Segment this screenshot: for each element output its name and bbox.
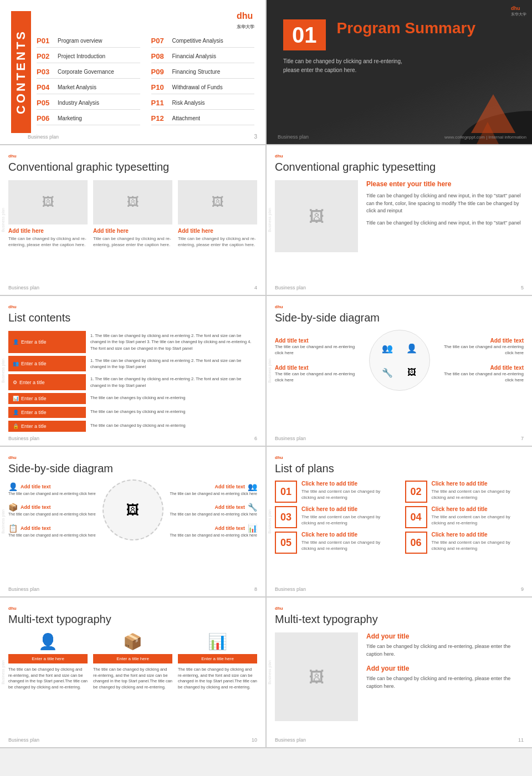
- panel-list-plans: dhu List of plans 01 Click here to add t…: [267, 447, 532, 596]
- toc-item-3: P08Financial Analysis: [151, 50, 255, 63]
- panel9-logo: dhu: [8, 606, 257, 611]
- panel6-item4-desc: The title can be changed and re-entering…: [436, 371, 524, 383]
- panel10-title: Multi-text typography: [275, 613, 524, 626]
- toc-item-2: P02Project Introduction: [37, 50, 140, 63]
- panel9-side-text: Business plan: [1, 660, 5, 685]
- panel6-item2-title: Add title text: [436, 338, 524, 344]
- panel-sbs-left: dhu Side-by-side diagram 👤Add title text…: [0, 447, 265, 596]
- conv-desc-0: Title can be changed by clicking and re-…: [8, 236, 88, 248]
- conv-title-1: Add title here: [93, 228, 172, 234]
- panel10-logo: dhu: [275, 606, 524, 611]
- conv-img-0: 🖼: [8, 180, 88, 224]
- toc-num: P08: [151, 52, 168, 60]
- panel9-page: 10: [252, 737, 257, 743]
- list-text-1: 1. The title can be changed by clicking …: [90, 356, 257, 372]
- panel5-logo: dhu: [8, 304, 257, 309]
- list-btn-1[interactable]: 👥Enter a title: [8, 356, 86, 372]
- panel6-item3-desc: The title can be changed and re-entering…: [275, 371, 364, 383]
- list-btn-4[interactable]: 👤Enter a title: [8, 407, 86, 418]
- panel4-footer: Business plan: [275, 285, 306, 290]
- panel-multi-left: dhu Multi-text typography 👤 Enter a titl…: [0, 598, 265, 747]
- list-btn-5[interactable]: 🔒Enter a title: [8, 421, 86, 432]
- list-btn-icon-1: 👥: [13, 361, 19, 366]
- panel8-logo: dhu: [275, 455, 524, 460]
- panel4-desc1: Title can be changed by clicking and new…: [366, 192, 524, 215]
- toc-item-5: P09Financing Structure: [151, 65, 255, 79]
- list-btn-icon-5: 🔒: [13, 423, 19, 429]
- toc-label: Market Analysis: [58, 84, 96, 90]
- toc-label: Withdrawal of Funds: [172, 84, 223, 90]
- toc-num: P04: [37, 83, 53, 91]
- panel3-page: 4: [254, 285, 257, 290]
- multi-btn-1[interactable]: Enter a title here: [93, 654, 172, 663]
- plan-title-5: Click here to add title: [432, 532, 524, 538]
- list-text-2: 1. The title can be changed by clicking …: [90, 374, 257, 390]
- toc-label: Competitive Analysis: [172, 38, 223, 44]
- plan-num-3: 04: [405, 506, 427, 528]
- panel10-side-text: Business plan: [268, 660, 272, 685]
- summary-decor-triangle2: [477, 122, 499, 144]
- multi-icon-1: 📦: [123, 632, 142, 651]
- toc-item-6: P04Market Analysis: [37, 81, 140, 94]
- conv-item-0: 🖼 Add title here Title can be changed by…: [8, 180, 88, 248]
- panel7-side-text: Business plan: [1, 509, 5, 534]
- toc-item-8: P05Industry Analysis: [37, 96, 140, 110]
- panel6-item2-desc: The title can be changed and re-entering…: [436, 344, 524, 356]
- list-btn-icon-2: ⚙: [13, 380, 17, 385]
- toc-num: P01: [37, 37, 53, 45]
- multi-btn-0[interactable]: Enter a title here: [8, 654, 88, 663]
- toc-label: Marketing: [58, 115, 82, 121]
- panel7-page: 8: [254, 586, 257, 592]
- panel4-item-title: Please enter your title here: [366, 180, 524, 188]
- multi-item-1: 📦 Enter a title here The title can be ch…: [93, 632, 172, 690]
- plan-num-1: 02: [405, 481, 427, 503]
- panel4-desc2: Title can be changed by clicking and new…: [366, 219, 524, 227]
- conv-title-2: Add title here: [178, 228, 257, 234]
- list-btn-0[interactable]: 👤Enter a title: [8, 331, 86, 353]
- toc-item-4: P03Corporate Governance: [37, 65, 140, 79]
- multi-desc-2: The title can be changed by clicking and…: [178, 667, 257, 690]
- toc-label: Risk Analysis: [172, 100, 205, 106]
- conv-img-2: 🖼: [178, 180, 257, 224]
- multi-btn-2[interactable]: Enter a title here: [178, 654, 257, 663]
- plan-num-5: 06: [405, 532, 427, 554]
- plan-desc-4: The title and content can be changed by …: [301, 539, 394, 552]
- list-btn-icon-0: 👤: [13, 339, 19, 345]
- panel7-item4: Add title text👥 The title can be changed…: [169, 482, 258, 496]
- toc-label: Project Introduction: [58, 53, 105, 59]
- plan-item-4: 05 Click here to add title The title and…: [275, 532, 394, 554]
- toc-footer: Business plan: [28, 134, 59, 140]
- panel8-title: List of plans: [275, 462, 524, 475]
- plan-item-3: 04 Click here to add title The title and…: [405, 506, 524, 528]
- panel8-footer: Business plan: [275, 586, 306, 592]
- toc-label: Corporate Governance: [58, 69, 114, 75]
- list-btn-label-1: Enter a title: [21, 361, 47, 366]
- plan-item-5: 06 Click here to add title The title and…: [405, 532, 524, 554]
- list-btn-2[interactable]: ⚙Enter a title: [8, 374, 86, 390]
- summary-title: Program Summary: [337, 19, 476, 37]
- panel-multi-right: dhu Multi-text typography 🖼 Add your tit…: [267, 598, 532, 747]
- multi-icon-0: 👤: [38, 632, 58, 651]
- panel3-side-text: Business plan: [1, 208, 5, 232]
- toc-num: P03: [37, 68, 53, 76]
- summary-footer-right: www.collegeppt.com | Internal informatio…: [444, 135, 526, 140]
- plan-num-0: 01: [275, 481, 297, 503]
- toc-num: P05: [37, 99, 53, 107]
- toc-item-10: P06Marketing: [37, 112, 140, 125]
- panel4-page: 5: [521, 285, 524, 290]
- summary-desc1: Title can be changed by clicking and re-…: [283, 57, 461, 66]
- panel6-item3-title: Add title text: [275, 365, 364, 371]
- list-btn-label-3: Enter a title: [21, 396, 47, 401]
- summary-footer-left: Business plan: [278, 134, 309, 140]
- list-btn-label-2: Enter a title: [19, 380, 45, 385]
- plan-title-4: Click here to add title: [301, 532, 394, 538]
- panel6-logo: dhu: [275, 304, 524, 309]
- panel3-logo: dhu: [8, 154, 257, 159]
- toc-num: P07: [151, 37, 168, 45]
- multi-item-2: 📊 Enter a title here The title can be ch…: [178, 632, 257, 690]
- plan-desc-1: The title and content can be changed by …: [432, 488, 524, 501]
- list-btn-3[interactable]: 📊Enter a title: [8, 393, 86, 404]
- list-btn-label-0: Enter a title: [21, 339, 47, 345]
- plan-desc-3: The title and content can be changed by …: [432, 514, 524, 526]
- plan-desc-2: The title and content can be changed by …: [301, 514, 394, 526]
